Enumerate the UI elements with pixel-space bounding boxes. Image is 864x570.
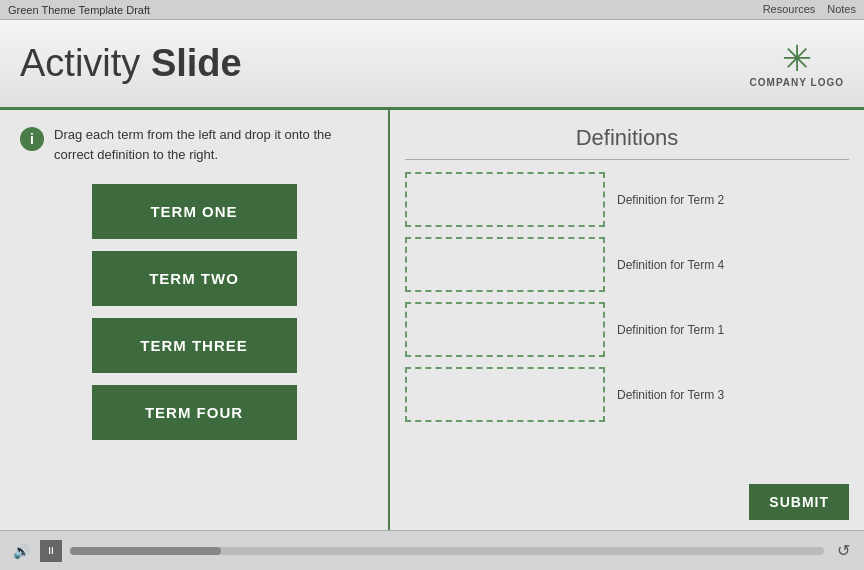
- term-button-term2[interactable]: TERM TWO: [92, 251, 297, 306]
- definition-row: Definition for Term 4: [405, 237, 849, 292]
- definition-row: Definition for Term 1: [405, 302, 849, 357]
- logo-area: ✳ COMPANY LOGO: [750, 40, 844, 87]
- terms-list: TERM ONETERM TWOTERM THREETERM FOUR: [20, 184, 368, 440]
- definitions-divider: [405, 159, 849, 160]
- definition-text-def3: Definition for Term 1: [617, 323, 724, 337]
- progress-bar[interactable]: [70, 547, 824, 555]
- logo-icon: ✳: [750, 40, 844, 76]
- definition-text-def4: Definition for Term 3: [617, 388, 724, 402]
- notes-link[interactable]: Notes: [827, 3, 856, 15]
- bottom-bar: 🔊 ⏸ ↺: [0, 530, 864, 570]
- drop-zone-def3[interactable]: [405, 302, 605, 357]
- resources-link[interactable]: Resources: [763, 3, 816, 15]
- play-pause-button[interactable]: ⏸: [40, 540, 62, 562]
- drop-zone-def2[interactable]: [405, 237, 605, 292]
- title-bar: Green Theme Template Draft Resources Not…: [0, 0, 864, 20]
- title-light: Activity: [20, 42, 151, 84]
- reload-button[interactable]: ↺: [832, 540, 854, 562]
- term-button-term1[interactable]: TERM ONE: [92, 184, 297, 239]
- instructions: i Drag each term from the left and drop …: [20, 125, 368, 164]
- main-content: i Drag each term from the left and drop …: [0, 110, 864, 530]
- definition-row: Definition for Term 2: [405, 172, 849, 227]
- drop-zone-def4[interactable]: [405, 367, 605, 422]
- page-title: Activity Slide: [20, 42, 242, 85]
- drop-zone-def1[interactable]: [405, 172, 605, 227]
- instructions-text: Drag each term from the left and drop it…: [54, 125, 368, 164]
- title-bold: Slide: [151, 42, 242, 84]
- definitions-header: Definitions: [405, 125, 849, 151]
- submit-button[interactable]: SUBMIT: [749, 484, 849, 520]
- term-button-term4[interactable]: TERM FOUR: [92, 385, 297, 440]
- definition-row: Definition for Term 3: [405, 367, 849, 422]
- progress-bar-fill: [70, 547, 221, 555]
- right-panel: Definitions Definition for Term 2Definit…: [390, 110, 864, 530]
- info-icon: i: [20, 127, 44, 151]
- left-panel: i Drag each term from the left and drop …: [0, 110, 390, 530]
- top-nav: Resources Notes: [763, 3, 856, 15]
- term-button-term3[interactable]: TERM THREE: [92, 318, 297, 373]
- app-title: Green Theme Template Draft: [8, 4, 150, 16]
- submit-area: SUBMIT: [405, 479, 849, 520]
- definition-text-def2: Definition for Term 4: [617, 258, 724, 272]
- volume-icon[interactable]: 🔊: [10, 540, 32, 562]
- definitions-list: Definition for Term 2Definition for Term…: [405, 172, 849, 479]
- definition-text-def1: Definition for Term 2: [617, 193, 724, 207]
- logo-text: COMPANY LOGO: [750, 76, 844, 87]
- header: Activity Slide ✳ COMPANY LOGO: [0, 20, 864, 110]
